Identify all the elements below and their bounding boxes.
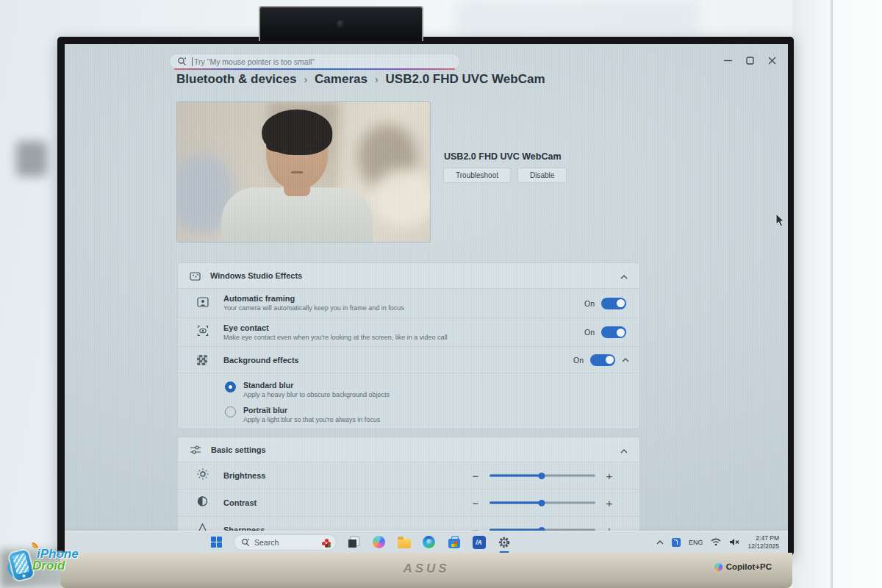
background-effects-toggle[interactable] [590,354,615,366]
radio-unselected-icon[interactable] [225,406,236,417]
edge-icon [423,536,435,548]
settings-search-input[interactable]: Try "My mouse pointer is too small" [169,54,460,69]
breadcrumb-cameras[interactable]: Cameras [315,72,368,87]
wifi-icon[interactable] [711,538,721,546]
camera-preview [177,102,430,242]
studio-effects-header[interactable]: Windows Studio Effects [178,263,639,288]
language-indicator[interactable]: ENG [689,539,703,546]
minus-button[interactable]: − [470,498,481,509]
task-view-button[interactable] [346,534,362,550]
eye-contact-description: Make eye contact even when you're lookin… [223,334,447,341]
edge-button[interactable] [421,534,437,550]
eye-contact-icon [197,325,209,340]
eye-contact-row: Eye contact Make eye contact even when y… [178,318,639,346]
blur-options: Standard blur Apply a heavy blur to obsc… [178,373,639,429]
standard-blur-description: Apply a heavy blur to obscure background… [243,391,390,398]
standard-blur-option[interactable]: Standard blur Apply a heavy blur to obsc… [225,381,390,398]
breadcrumb-bluetooth-devices[interactable]: Bluetooth & devices [176,72,296,87]
background-effects-icon [197,355,207,365]
basic-settings-header[interactable]: Basic settings [178,437,639,462]
tray-app-icon[interactable] [672,538,681,547]
clock[interactable]: 2:47 PM 12/12/2025 [747,534,779,550]
radio-selected-icon[interactable] [225,381,236,392]
file-explorer-button[interactable] [396,534,412,550]
automatic-framing-icon [197,296,209,311]
task-view-icon [348,537,359,548]
monitor-chin: ASUS Copilot+PC [60,553,792,588]
contrast-row: Contrast − + [178,489,639,516]
minimize-button[interactable] [722,54,734,66]
automatic-framing-description: Your camera will automatically keep you … [223,304,404,312]
tray-date: 12/12/2025 [747,542,779,551]
chevron-up-icon[interactable] [620,269,628,282]
background-object [16,141,47,176]
preview-blur-blob [371,168,430,227]
plus-button[interactable]: + [604,470,614,481]
brightness-row: Brightness − + [178,462,639,489]
copilot-button[interactable] [371,534,387,550]
tray-time: 2:47 PM [747,534,779,542]
troubleshoot-button[interactable]: Troubleshoot [443,168,511,183]
background-highlight [456,0,698,35]
webcam-lens [337,20,345,29]
watermark-droid: Droid [32,560,79,572]
windows-logo-icon [211,537,222,548]
settings-button[interactable] [496,534,512,550]
microsoft-store-button[interactable] [446,534,462,550]
window-light-background [792,0,882,588]
contrast-thumb[interactable] [538,500,545,506]
automatic-framing-toggle[interactable] [601,298,626,309]
basic-settings-title: Basic settings [211,445,266,454]
start-button[interactable] [209,534,224,550]
external-webcam [259,6,423,41]
window-controls [722,54,778,66]
copilot-logo-icon [714,563,723,571]
studio-effects-icon [190,270,201,282]
minus-button[interactable]: − [470,470,481,481]
asus-logo: ASUS [403,562,449,576]
disable-button[interactable]: Disable [517,168,567,183]
hidden-icons-chevron[interactable] [656,540,664,545]
portrait-blur-description: Apply a light blur so that you're always… [243,416,380,423]
studio-effects-card: Windows Studio Effects Automatic framing… [177,262,640,429]
app-a-icon: /A [473,536,486,549]
breadcrumb-separator: › [368,74,386,85]
copilot-pc-label: Copilot+PC [726,562,772,571]
app-a-button[interactable]: /A [471,534,487,550]
brightness-track[interactable] [490,475,595,477]
background-effects-row[interactable]: Background effects On [178,346,639,373]
automatic-framing-row: Automatic framing Your camera will autom… [178,288,639,318]
breadcrumb: Bluetooth & devices › Cameras › USB2.0 F… [176,72,545,87]
portrait-blur-option[interactable]: Portrait blur Apply a light blur so that… [225,406,380,423]
search-icon [177,57,187,66]
eye-contact-title: Eye contact [223,323,269,332]
device-actions: Troubleshoot Disable [443,168,567,183]
search-icon [241,538,250,547]
portrait-blur-label: Portrait blur [243,406,380,415]
taskbar-search[interactable]: Search [234,534,337,551]
settings-window: Try "My mouse pointer is too small" Blue… [65,44,788,553]
system-tray: ENG 2:47 PM 12/12/2025 [656,531,779,553]
volume-muted-icon[interactable] [729,538,739,546]
device-name: USB2.0 FHD UVC WebCam [444,151,562,162]
search-placeholder: Try "My mouse pointer is too small" [192,57,315,66]
contrast-track[interactable] [490,502,595,504]
background-effects-title: Background effects [223,356,299,365]
brightness-thumb[interactable] [538,473,545,479]
close-button[interactable] [766,54,778,66]
breadcrumb-current-device: USB2.0 FHD UVC WebCam [386,72,545,87]
plus-button[interactable]: + [604,498,614,509]
gear-icon [498,536,511,549]
taskbar: Search /A ENG [65,531,788,553]
background-effects-state: On [573,356,584,365]
iphonedroid-watermark: iPhone Droid [7,541,103,585]
studio-effects-title: Windows Studio Effects [210,271,302,280]
chevron-up-icon[interactable] [622,358,629,362]
eye-contact-toggle[interactable] [601,326,626,338]
store-icon [448,539,460,548]
eye-contact-state: On [584,328,595,337]
maximize-button[interactable] [744,54,756,66]
person-in-preview [216,135,378,242]
brightness-slider: − + [470,470,614,481]
chevron-up-icon[interactable] [620,443,628,456]
